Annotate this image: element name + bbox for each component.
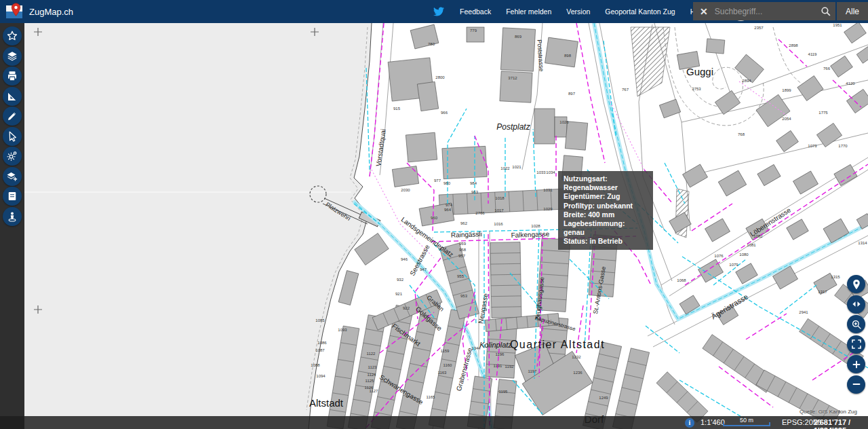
zoom-out-button[interactable] bbox=[847, 375, 865, 394]
compare-icon bbox=[850, 298, 863, 310]
parcel-number: 962 bbox=[460, 221, 468, 225]
fullscreen-icon bbox=[850, 338, 863, 350]
clear-icon[interactable]: ✕ bbox=[700, 6, 708, 17]
zug-flag-pin-logo[interactable] bbox=[6, 5, 22, 18]
favorites-button[interactable] bbox=[3, 26, 22, 45]
building bbox=[776, 130, 799, 151]
building bbox=[856, 47, 868, 64]
draw-icon bbox=[6, 110, 18, 122]
parcel-number: 963 bbox=[471, 190, 479, 194]
streetview-button[interactable] bbox=[3, 207, 22, 226]
legend-button[interactable] bbox=[3, 187, 22, 206]
building bbox=[757, 164, 781, 185]
locate-button[interactable] bbox=[847, 275, 865, 293]
utility-line bbox=[366, 68, 370, 170]
building bbox=[831, 56, 853, 77]
parcel-number: 984 bbox=[470, 181, 477, 185]
print-icon bbox=[6, 70, 18, 82]
select-icon bbox=[6, 130, 18, 143]
parcel-number: 921 bbox=[395, 292, 403, 296]
parcel-number: 1344 bbox=[471, 346, 481, 350]
parcel-number: 1317 bbox=[818, 290, 827, 294]
building bbox=[844, 23, 867, 43]
parcel-number: 1232 bbox=[572, 355, 581, 359]
measure-button[interactable] bbox=[3, 87, 22, 106]
parcel-number: 2054 bbox=[782, 117, 791, 121]
place-label: Quartier Altstadt bbox=[510, 339, 605, 350]
tooltip-line: Status: in Betrieb bbox=[564, 237, 648, 246]
building bbox=[706, 39, 725, 54]
favorites-icon bbox=[6, 30, 18, 42]
parcel-number: 1080 bbox=[739, 253, 749, 257]
building bbox=[534, 109, 555, 144]
building bbox=[715, 90, 740, 114]
parcel-number: 1122 bbox=[367, 352, 376, 356]
add-layers-icon bbox=[6, 170, 18, 183]
search-icon[interactable] bbox=[820, 5, 831, 17]
print-button[interactable] bbox=[3, 67, 22, 86]
parcel-number: 955 bbox=[457, 274, 465, 278]
zoom-in-icon bbox=[850, 358, 863, 371]
parcel-number: 766 bbox=[823, 67, 831, 71]
tool-sidebar bbox=[0, 23, 24, 429]
search-scope-dropdown[interactable]: Alle bbox=[835, 2, 868, 20]
map-attribution: Quelle: GIS Kanton Zug bbox=[800, 409, 857, 415]
compare-button[interactable] bbox=[847, 295, 865, 314]
scale-info-icon[interactable]: i bbox=[685, 418, 694, 428]
layers-button[interactable] bbox=[3, 47, 22, 66]
parcel-number: 1018 bbox=[495, 196, 505, 200]
fullscreen-button[interactable] bbox=[847, 335, 865, 354]
search-bar: ✕ Alle bbox=[693, 2, 868, 20]
menu-fehler-melden[interactable]: Fehler melden bbox=[506, 7, 551, 16]
zoom-in-button[interactable] bbox=[847, 355, 865, 373]
add-layers-button[interactable] bbox=[3, 167, 22, 186]
parcel-number: 1951 bbox=[833, 23, 842, 27]
scale-bar-label: 50 m bbox=[723, 417, 770, 424]
parcel-number: 4119 bbox=[808, 52, 818, 56]
building bbox=[797, 76, 823, 101]
parcel-number: 779 bbox=[470, 29, 477, 33]
parcel-number: 1022 bbox=[500, 166, 510, 170]
cadastral-map[interactable]: VorstadtquaiPoststrasseRaingässliFalkeng… bbox=[24, 23, 868, 429]
building bbox=[338, 270, 359, 305]
parcel-number: 1082 bbox=[753, 234, 763, 238]
twitter-icon[interactable] bbox=[433, 6, 445, 17]
parcel-number: 1088 bbox=[311, 363, 320, 367]
parcel-number: 957 bbox=[458, 254, 466, 258]
street-label: Vorstadtquai bbox=[374, 128, 387, 167]
parcel-number: 980 bbox=[443, 181, 451, 185]
parcel-number: 1081 bbox=[747, 243, 756, 247]
search-input[interactable] bbox=[713, 6, 820, 17]
utility-line bbox=[746, 314, 787, 339]
parcel-number: 2898 bbox=[789, 43, 798, 48]
feature-tooltip: Nutzungsart: Regenabwasser Eigentümer: Z… bbox=[558, 171, 653, 250]
settings-icon bbox=[6, 150, 18, 162]
tooltip-line: Eigentümer: Zug bbox=[564, 192, 648, 201]
parcel-number: 977 bbox=[434, 179, 441, 183]
settings-button[interactable] bbox=[3, 147, 22, 166]
parcel-number: 1124 bbox=[368, 373, 377, 377]
parcel-number: 1016 bbox=[494, 222, 503, 226]
top-bar: ZugMap.ch Feedback Fehler melden Version… bbox=[0, 0, 868, 23]
parcel-number: 1085 bbox=[315, 318, 325, 322]
locate-icon bbox=[850, 278, 863, 291]
building bbox=[659, 99, 680, 118]
parcel-number: 915 bbox=[393, 107, 401, 111]
parcel-number: 1159 bbox=[441, 349, 450, 353]
parcel-number: 1191 bbox=[494, 364, 503, 368]
zoom-rect-button[interactable] bbox=[847, 315, 865, 333]
zoom-rect-icon bbox=[850, 318, 863, 331]
map-canvas[interactable]: VorstadtquaiPoststrasseRaingässliFalkeng… bbox=[24, 23, 868, 429]
parcel-number: 953 bbox=[460, 294, 468, 298]
parcel-number: 964 bbox=[444, 208, 452, 212]
menu-feedback[interactable]: Feedback bbox=[460, 7, 491, 16]
app-title: ZugMap.ch bbox=[29, 7, 73, 17]
utility-line bbox=[780, 285, 816, 314]
street-label: Raingässli bbox=[451, 230, 482, 239]
menu-version[interactable]: Version bbox=[566, 7, 590, 16]
menu-geoportal[interactable]: Geoportal Kanton Zug bbox=[605, 7, 675, 16]
building bbox=[669, 212, 692, 233]
draw-button[interactable] bbox=[3, 107, 22, 126]
tooltip-line: Lagebestimmung: genau bbox=[564, 219, 648, 237]
select-button[interactable] bbox=[3, 127, 22, 146]
